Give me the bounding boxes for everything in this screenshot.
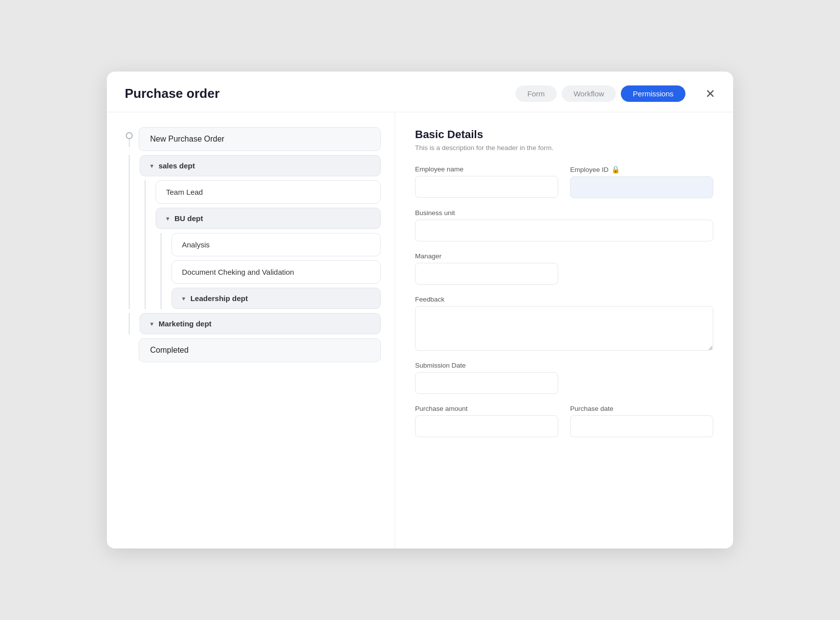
sales-dept-node[interactable]: ▼ sales dept xyxy=(140,155,381,176)
manager-input[interactable] xyxy=(415,263,558,285)
purchase-amount-input[interactable] xyxy=(415,415,558,437)
form-row-purchase: Purchase amount Purchase date xyxy=(415,405,713,437)
new-purchase-order-node[interactable]: New Purchase Order xyxy=(139,127,381,151)
sales-dept-vline xyxy=(129,155,130,309)
form-field-purchase-amount: Purchase amount xyxy=(415,405,558,437)
form-row-feedback: Feedback xyxy=(415,296,713,351)
root-vline xyxy=(129,139,130,147)
marketing-dept-node[interactable]: ▼ Marketing dept xyxy=(140,313,381,334)
form-row-submission-date: Submission Date xyxy=(415,362,713,394)
modal-header: Purchase order Form Workflow Permissions… xyxy=(107,72,733,112)
purchase-amount-label: Purchase amount xyxy=(415,405,558,412)
left-panel: New Purchase Order ▼ sales dept Team xyxy=(107,112,395,548)
modal-body: New Purchase Order ▼ sales dept Team xyxy=(107,112,733,548)
bu-dept-node[interactable]: ▼ BU dept xyxy=(156,208,381,229)
employee-name-input[interactable] xyxy=(415,176,558,198)
submission-date-input[interactable] xyxy=(415,372,558,394)
form-field-manager: Manager xyxy=(415,252,558,285)
form-row-manager: Manager xyxy=(415,252,713,285)
form-field-submission-date: Submission Date xyxy=(415,362,558,394)
sales-children-vline xyxy=(145,180,146,309)
business-unit-input[interactable] xyxy=(415,220,713,241)
tabs: Form Workflow Permissions xyxy=(515,85,685,102)
form-field-employee-id: Employee ID 🔒 xyxy=(570,165,713,198)
submission-date-label: Submission Date xyxy=(415,362,558,369)
tab-workflow[interactable]: Workflow xyxy=(562,85,616,102)
analysis-node[interactable]: Analysis xyxy=(171,233,381,256)
marketing-vline xyxy=(129,313,130,334)
bu-children-vline xyxy=(161,233,162,309)
manager-label: Manager xyxy=(415,252,558,260)
completed-node[interactable]: Completed xyxy=(139,338,381,362)
form-field-feedback: Feedback xyxy=(415,296,713,351)
doc-checking-node[interactable]: Document Cheking and Validation xyxy=(171,260,381,284)
root-circle xyxy=(126,132,133,139)
employee-id-input xyxy=(570,176,713,198)
lock-icon: 🔒 xyxy=(611,165,620,173)
leadership-dept-node[interactable]: ▼ Leadership dept xyxy=(171,288,381,309)
form-section-desc: This is a description for the header in … xyxy=(415,144,713,152)
employee-id-label: Employee ID 🔒 xyxy=(570,165,713,173)
purchase-date-input[interactable] xyxy=(570,415,713,437)
marketing-dept-arrow: ▼ xyxy=(149,321,155,327)
sales-dept-arrow: ▼ xyxy=(149,163,155,169)
tab-form[interactable]: Form xyxy=(515,85,557,102)
modal: Purchase order Form Workflow Permissions… xyxy=(107,72,733,548)
right-panel: Basic Details This is a description for … xyxy=(395,112,733,548)
form-field-purchase-date: Purchase date xyxy=(570,405,713,437)
form-field-business-unit: Business unit xyxy=(415,209,713,241)
feedback-label: Feedback xyxy=(415,296,713,303)
close-button[interactable]: ✕ xyxy=(705,88,715,100)
bu-dept-arrow: ▼ xyxy=(165,216,170,222)
team-lead-node[interactable]: Team Lead xyxy=(156,180,381,204)
form-field-employee-name: Employee name xyxy=(415,165,558,198)
leadership-dept-arrow: ▼ xyxy=(181,296,186,302)
tab-permissions[interactable]: Permissions xyxy=(621,85,685,102)
modal-title: Purchase order xyxy=(125,86,505,101)
purchase-date-label: Purchase date xyxy=(570,405,713,412)
form-row-business-unit: Business unit xyxy=(415,209,713,241)
feedback-input[interactable] xyxy=(415,306,713,351)
form-section-title: Basic Details xyxy=(415,128,713,141)
business-unit-label: Business unit xyxy=(415,209,713,217)
employee-name-label: Employee name xyxy=(415,165,558,173)
form-row-employee: Employee name Employee ID 🔒 xyxy=(415,165,713,198)
